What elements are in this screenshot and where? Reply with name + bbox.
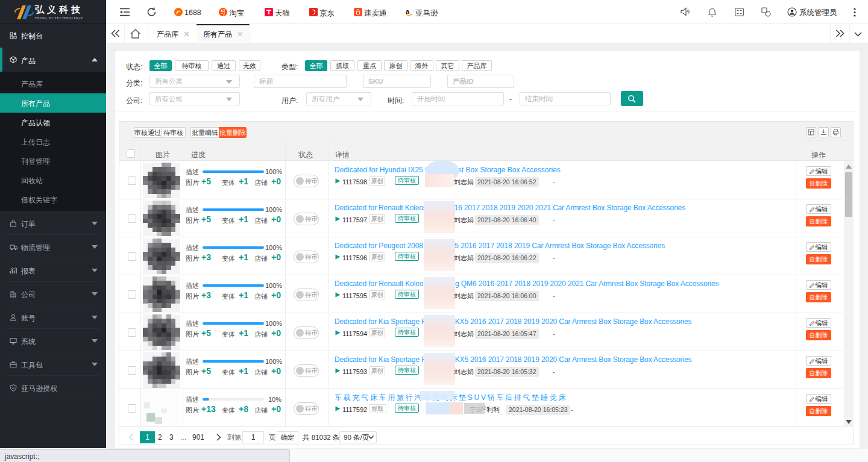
- svg-text:a: a: [406, 8, 410, 15]
